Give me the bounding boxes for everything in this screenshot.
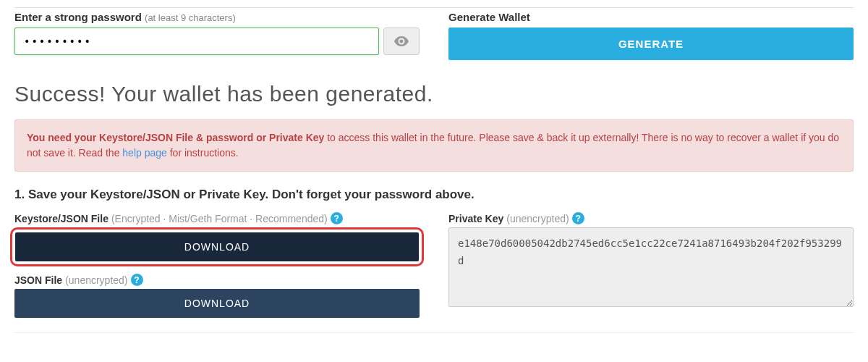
divider [14,332,854,333]
alert-strong-text: You need your Keystore/JSON File & passw… [27,132,324,143]
password-label-main: Enter a strong password [14,11,142,23]
json-help-icon[interactable]: ? [131,274,143,286]
json-file-label: JSON File [14,274,62,286]
private-key-label: Private Key [448,213,503,224]
help-page-link[interactable]: help page [122,147,167,159]
generate-button[interactable]: GENERATE [448,28,854,60]
keystore-download-highlight: DOWNLOAD [10,227,424,266]
toggle-password-visibility-button[interactable] [383,28,420,55]
private-key-sublabel: (unencrypted) [506,213,569,224]
keystore-help-icon[interactable]: ? [331,212,343,224]
password-label: Enter a strong password (at least 9 char… [14,11,420,23]
password-input[interactable] [14,28,379,55]
json-download-button[interactable]: DOWNLOAD [14,289,420,318]
warning-alert: You need your Keystore/JSON File & passw… [14,119,854,172]
eye-icon [394,36,409,46]
private-key-textarea[interactable] [448,227,854,307]
keystore-download-button[interactable]: DOWNLOAD [15,232,419,261]
private-key-help-icon[interactable]: ? [572,212,584,224]
alert-text-2: for instructions. [167,147,239,159]
step-1-title: 1. Save your Keystore/JSON or Private Ke… [14,188,854,202]
json-file-sublabel: (unencrypted) [65,274,127,286]
generate-wallet-label: Generate Wallet [448,11,854,23]
password-label-sub: (at least 9 characters) [145,12,236,23]
keystore-file-sublabel: (Encrypted · Mist/Geth Format · Recommen… [111,213,328,224]
success-heading: Success! Your wallet has been generated. [14,82,854,106]
keystore-file-label: Keystore/JSON File [14,213,109,224]
